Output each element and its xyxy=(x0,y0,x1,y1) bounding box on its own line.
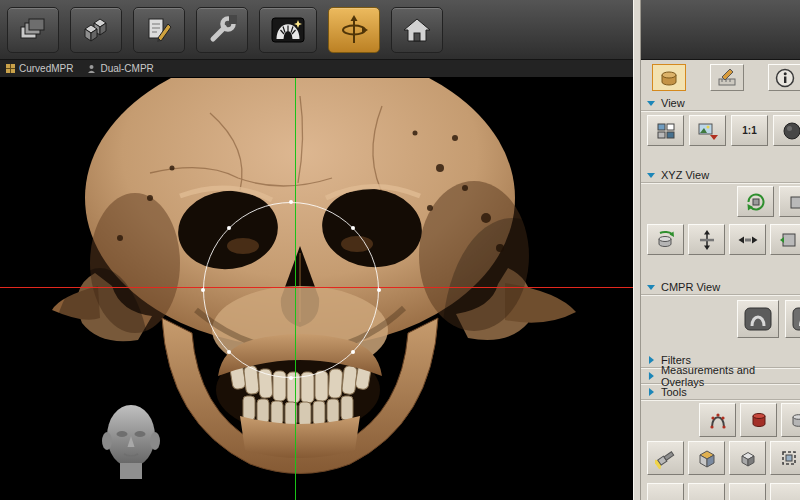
expand-arrow-icon xyxy=(646,355,656,365)
one-to-one-button[interactable]: 1:1 xyxy=(731,115,768,146)
collapse-arrow-icon xyxy=(646,98,656,108)
roi-handle[interactable] xyxy=(377,288,381,292)
section-header-cmpr-view[interactable]: CMPR View xyxy=(641,280,800,295)
export-image-button[interactable] xyxy=(689,115,726,146)
cylinder-rotate-icon xyxy=(655,229,677,251)
dual-tab-icon xyxy=(87,64,96,73)
section-label: View xyxy=(661,97,685,109)
red-cylinder-button[interactable] xyxy=(740,403,777,437)
volumes-button[interactable] xyxy=(70,7,122,53)
arch-edit-icon xyxy=(792,306,800,332)
axis-plane-icon xyxy=(339,15,369,45)
layout-grid-icon xyxy=(655,120,677,142)
pan-axes-button[interactable] xyxy=(729,224,766,255)
roi-handle[interactable] xyxy=(227,226,231,230)
cubes-icon xyxy=(81,15,111,45)
info-icon xyxy=(774,67,796,89)
roi-handle[interactable] xyxy=(351,226,355,230)
axis-flip-button[interactable] xyxy=(770,224,800,255)
tab-curvedmpr[interactable]: CurvedMPR xyxy=(6,63,73,74)
volume-render-viewport[interactable] xyxy=(0,78,633,500)
settings-button[interactable] xyxy=(196,7,248,53)
rotate-3d-icon xyxy=(745,191,767,213)
arch-draw-button[interactable] xyxy=(699,403,736,437)
crop-box-button[interactable] xyxy=(770,441,800,475)
panel-tab-info[interactable] xyxy=(768,64,800,91)
roi-handle[interactable] xyxy=(289,376,293,380)
page-pencil-icon xyxy=(144,15,174,45)
report-button[interactable] xyxy=(133,7,185,53)
pencil-ruler-icon xyxy=(716,67,738,89)
tab-curvedmpr-label: CurvedMPR xyxy=(19,63,73,74)
expand-arrow-icon xyxy=(646,387,656,397)
zoom-circle-button[interactable] xyxy=(773,115,800,146)
one-to-one-label: 1:1 xyxy=(742,125,756,136)
reset-orientation-icon xyxy=(787,191,800,213)
orientation-head-model xyxy=(95,396,167,486)
roi-handle[interactable] xyxy=(201,288,205,292)
cube-button[interactable] xyxy=(729,441,766,475)
section-label: Tools xyxy=(661,386,687,398)
main-toolbar xyxy=(0,0,800,60)
arch-draw-icon xyxy=(707,409,729,431)
home-icon xyxy=(402,15,432,45)
denture-icon xyxy=(271,17,305,43)
red-cylinder-icon xyxy=(748,409,770,431)
cylinder-rotate-button[interactable] xyxy=(647,224,684,255)
tool-button[interactable] xyxy=(770,483,800,500)
case-files-button[interactable] xyxy=(7,7,59,53)
export-image-icon xyxy=(697,120,719,142)
xyz-row-1 xyxy=(737,186,800,217)
slice-step-button[interactable] xyxy=(688,224,725,255)
roi-handle[interactable] xyxy=(227,350,231,354)
view-button-row: 1:1 xyxy=(647,115,800,146)
tools-row-2 xyxy=(647,441,800,475)
box-3d-icon xyxy=(696,447,718,469)
rotate-3d-button[interactable] xyxy=(737,186,774,217)
cylinder-edit-button[interactable] xyxy=(781,403,800,437)
panel-splitter[interactable] xyxy=(633,0,641,500)
section-header-view[interactable]: View xyxy=(641,96,800,111)
tab-dual-cmpr-label: Dual-CMPR xyxy=(100,63,153,74)
panel-tab-bar xyxy=(652,64,800,91)
section-header-tools[interactable]: Tools xyxy=(641,385,800,400)
mpr-view-button[interactable] xyxy=(328,7,380,53)
reset-orientation-button[interactable] xyxy=(779,186,800,217)
cylinder-icon xyxy=(658,67,680,89)
section-header-measurements[interactable]: Measurements and Overlays xyxy=(641,369,800,384)
roi-handle[interactable] xyxy=(351,350,355,354)
axis-flip-icon xyxy=(778,229,800,251)
mpr-tab-icon xyxy=(6,64,15,73)
crop-box-icon xyxy=(778,447,800,469)
section-label: XYZ View xyxy=(661,169,709,181)
panel-tab-edit[interactable] xyxy=(710,64,744,91)
tools-row-1 xyxy=(699,403,800,437)
collapse-arrow-icon xyxy=(646,170,656,180)
dental-scan-button[interactable] xyxy=(259,7,317,53)
arch-curve-icon xyxy=(744,306,772,332)
home-button[interactable] xyxy=(391,7,443,53)
tool-button[interactable] xyxy=(729,483,766,500)
zoom-circle-icon xyxy=(781,120,800,142)
application-window: CurvedMPR Dual-CMPR xyxy=(0,0,800,500)
layout-button[interactable] xyxy=(647,115,684,146)
tool-button[interactable] xyxy=(688,483,725,500)
section-label: CMPR View xyxy=(661,281,720,293)
tab-dual-cmpr[interactable]: Dual-CMPR xyxy=(87,63,153,74)
cylinder-edit-icon xyxy=(789,409,800,431)
tool-button[interactable] xyxy=(647,483,684,500)
flashlight-icon xyxy=(655,447,677,469)
section-header-xyz-view[interactable]: XYZ View xyxy=(641,168,800,183)
flashlight-button[interactable] xyxy=(647,441,684,475)
pan-arrows-icon xyxy=(737,229,759,251)
control-panel: View 1:1 xyxy=(641,60,800,500)
wrench-icon xyxy=(207,15,237,45)
arch-edit-button[interactable] xyxy=(785,300,800,338)
collapse-arrow-icon xyxy=(646,282,656,292)
panel-tab-rendering[interactable] xyxy=(652,64,686,91)
box-3d-button[interactable] xyxy=(688,441,725,475)
arch-curve-button[interactable] xyxy=(737,300,779,338)
cmpr-button-row xyxy=(737,300,800,338)
layers-icon xyxy=(18,15,48,45)
roi-handle[interactable] xyxy=(289,200,293,204)
